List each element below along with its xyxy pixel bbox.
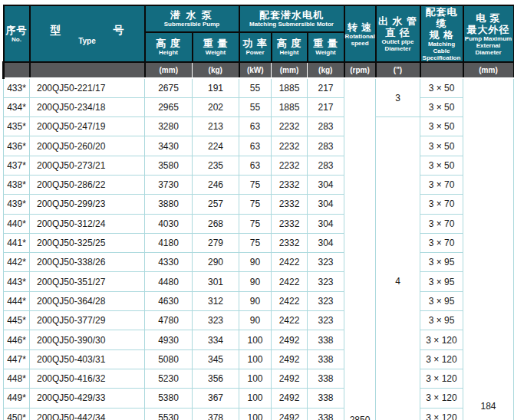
col-header-outlet-en1: Outlet pipe: [377, 38, 420, 45]
cell-pump-height: 5230: [145, 369, 193, 388]
col-header-dia-zh1: 电 泵: [464, 12, 513, 24]
cell-no: 446*: [4, 330, 30, 349]
col-header-speed-en2: speed: [345, 40, 375, 47]
unit-outlet: ("): [376, 62, 420, 78]
cell-type: 200QJ50-442/34: [30, 408, 145, 420]
power-en: Power: [240, 49, 271, 56]
cell-motor-weight: 338: [308, 330, 344, 349]
cell-rotational-speed: 2850: [344, 78, 376, 420]
cell-motor-weight: 323: [308, 272, 344, 291]
col-header-dia-en2: External Diameter: [464, 42, 513, 56]
cell-motor-height: 2492: [272, 389, 308, 408]
cell-type: 200QJ50-338/26: [30, 253, 145, 272]
motor-height-en: Height: [272, 49, 307, 56]
cell-cable: 3 × 120: [420, 349, 463, 369]
col-header-outlet-zh2: 直 径: [377, 27, 420, 38]
cell-power: 75: [239, 214, 272, 233]
cell-type: 200QJ50-429/33: [30, 389, 145, 408]
table-row: 433*200QJ50-221/172675191551885217285033…: [4, 78, 514, 97]
cell-pump-height: 2965: [145, 97, 193, 116]
cell-pump-weight: 301: [193, 272, 239, 291]
table-header: 序号 No. 型 号 Type 潜 水 泵 Submersible Pump 配…: [4, 5, 514, 78]
cell-pump-weight: 257: [193, 195, 239, 214]
table-row: 449*200QJ50-429/33538036710024923383 × 1…: [4, 389, 514, 408]
cell-motor-height: 2492: [272, 369, 308, 388]
cell-pump-height: 3280: [145, 117, 193, 136]
group-motor-en: Matching Submersible Motor: [240, 21, 344, 28]
unit-power: (kW): [239, 62, 272, 78]
cell-max-external-diameter: 184: [463, 78, 514, 420]
pump-spec-table: 序号 No. 型 号 Type 潜 水 泵 Submersible Pump 配…: [2, 5, 514, 420]
cell-power: 55: [239, 78, 272, 97]
cell-no: 443*: [4, 272, 30, 291]
cell-outlet-diameter-bottom: 4: [376, 117, 420, 420]
motor-height-zh: 高 度: [272, 38, 307, 49]
group-header-pump: 潜 水 泵 Submersible Pump: [145, 5, 239, 32]
cell-no: 441*: [4, 233, 30, 252]
table-row: 450*200QJ50-442/34553037810024923383 × 1…: [4, 408, 514, 420]
cell-power: 90: [239, 291, 272, 310]
cell-motor-height: 2492: [272, 330, 308, 349]
cell-cable: 3 × 120: [420, 389, 463, 408]
cell-no: 436*: [4, 136, 30, 156]
cell-no: 439*: [4, 195, 30, 214]
type-zh-left: 型: [51, 24, 61, 38]
cell-motor-height: 2422: [272, 291, 308, 310]
cell-motor-weight: 217: [308, 97, 344, 116]
cell-pump-height: 4030: [145, 214, 193, 233]
col-header-cable: 配套电缆 规 格 Matching Cable Specification: [420, 5, 463, 62]
spec-table-body: 433*200QJ50-221/172675191551885217285033…: [4, 78, 514, 420]
cell-power: 100: [239, 389, 272, 408]
cell-motor-weight: 304: [308, 233, 344, 252]
motor-weight-zh: 重 量: [308, 38, 344, 49]
cell-type: 200QJ50-390/30: [30, 330, 145, 349]
col-header-outlet: 出 水 管 直 径 Outlet pipe Diameter: [376, 5, 420, 62]
cell-no: 447*: [4, 349, 30, 369]
cell-pump-weight: 246: [193, 175, 239, 194]
col-header-outlet-en2: Diameter: [377, 45, 420, 52]
cell-pump-height: 4630: [145, 291, 193, 310]
col-header-no-en: No.: [5, 36, 29, 43]
cell-pump-weight: 345: [193, 349, 239, 369]
sub-header-power: 功 率 Power: [239, 32, 272, 62]
cell-motor-weight: 338: [308, 408, 344, 420]
col-header-speed-zh: 转 速: [345, 21, 375, 33]
cell-pump-weight: 235: [193, 156, 239, 175]
cell-pump-height: 4780: [145, 311, 193, 330]
cell-motor-weight: 338: [308, 389, 344, 408]
cell-power: 90: [239, 253, 272, 272]
col-header-cable-en2: Specification: [421, 54, 463, 61]
table-row: 446*200QJ50-390/30493033410024923383 × 1…: [4, 330, 514, 349]
table-row: 434*200QJ50-234/1829652025518852173 × 50: [4, 97, 514, 116]
cell-power: 100: [239, 408, 272, 420]
cell-cable: 3 × 50: [420, 97, 463, 116]
cell-type: 200QJ50-247/19: [30, 117, 145, 136]
cell-no: 438*: [4, 175, 30, 194]
pump-height-en: Height: [146, 49, 192, 56]
table-row: 441*200QJ50-325/2541802797523323043 × 70: [4, 233, 514, 252]
cell-motor-height: 2332: [272, 233, 308, 252]
cell-power: 100: [239, 349, 272, 369]
cell-motor-weight: 283: [308, 117, 344, 136]
cell-cable: 3 × 95: [420, 311, 463, 330]
col-header-type-en: Type: [31, 38, 144, 44]
sub-header-motor-height: 高 度 Height: [272, 32, 308, 62]
cell-no: 450*: [4, 408, 30, 420]
cell-type: 200QJ50-299/23: [30, 195, 145, 214]
group-motor-zh: 配套潜水电机: [240, 9, 344, 21]
unit-pump-height: (mm): [145, 62, 193, 78]
unit-motor-weight: (kg): [308, 62, 344, 78]
cell-pump-height: 4930: [145, 330, 193, 349]
cell-type: 200QJ50-312/24: [30, 214, 145, 233]
cell-pump-weight: 224: [193, 136, 239, 156]
cell-no: 449*: [4, 389, 30, 408]
cell-type: 200QJ50-221/17: [30, 78, 145, 97]
cell-power: 100: [239, 330, 272, 349]
cell-pump-weight: 378: [193, 408, 239, 420]
cell-pump-weight: 312: [193, 291, 239, 310]
unit-motor-height: (mm): [272, 62, 308, 78]
cell-type: 200QJ50-351/27: [30, 272, 145, 291]
table-row: 444*200QJ50-364/2846303129024223233 × 95: [4, 291, 514, 310]
table-row: 447*200QJ50-403/31508034510024923383 × 1…: [4, 349, 514, 369]
col-header-type-zh: 型 号: [31, 24, 144, 38]
